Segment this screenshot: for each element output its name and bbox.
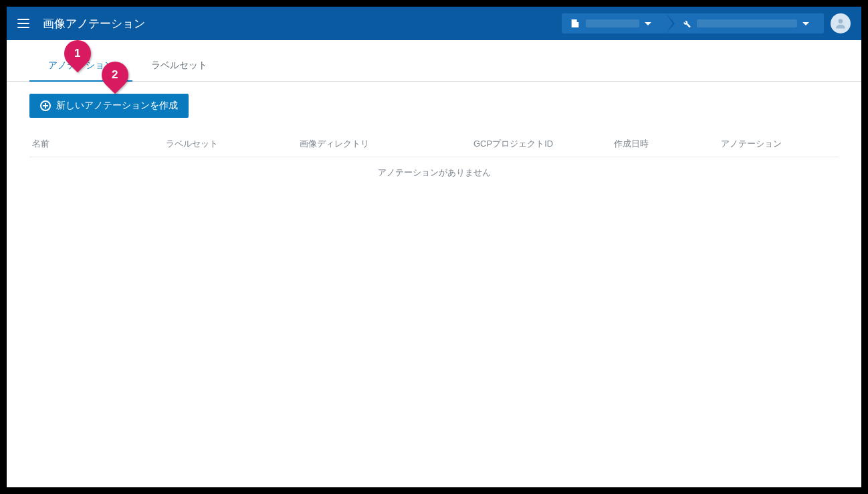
col-image-dir: 画像ディレクトリ <box>300 138 473 150</box>
table-header: 名前 ラベルセット 画像ディレクトリ GCPプロジェクトID 作成日時 アノテー… <box>29 129 839 157</box>
tab-labelset[interactable]: ラベルセット <box>132 40 226 81</box>
project-name-placeholder <box>697 19 797 27</box>
col-labelset: ラベルセット <box>166 138 300 150</box>
create-annotation-label: 新しいアノテーションを作成 <box>56 100 178 112</box>
svg-point-0 <box>839 19 843 23</box>
chevron-down-icon <box>802 22 809 25</box>
context-selector <box>562 13 824 33</box>
col-name: 名前 <box>32 138 166 150</box>
tab-bar: アノテーション ラベルセット <box>7 40 861 82</box>
project-selector[interactable] <box>666 13 824 33</box>
main-content: 新しいアノテーションを作成 名前 ラベルセット 画像ディレクトリ GCPプロジェ… <box>7 82 861 487</box>
building-icon <box>570 18 580 29</box>
col-gcp: GCPプロジェクトID <box>473 138 614 150</box>
user-icon <box>834 17 847 30</box>
menu-icon[interactable] <box>17 15 33 31</box>
tab-annotation[interactable]: アノテーション <box>29 40 132 81</box>
plus-circle-icon <box>40 100 51 111</box>
tab-labelset-label: ラベルセット <box>151 60 207 72</box>
col-annotation: アノテーション <box>721 138 836 150</box>
col-created: 作成日時 <box>614 138 721 150</box>
org-name-placeholder <box>586 19 639 27</box>
header-right <box>562 13 851 33</box>
wrench-icon <box>681 18 691 29</box>
empty-state: アノテーションがありません <box>29 157 839 188</box>
page-title: 画像アノテーション <box>43 16 145 31</box>
create-annotation-button[interactable]: 新しいアノテーションを作成 <box>29 94 189 118</box>
tab-annotation-label: アノテーション <box>48 60 114 72</box>
chevron-down-icon <box>645 22 651 25</box>
user-avatar[interactable] <box>831 13 851 33</box>
app-header: 画像アノテーション <box>7 7 861 40</box>
org-selector[interactable] <box>562 13 666 33</box>
